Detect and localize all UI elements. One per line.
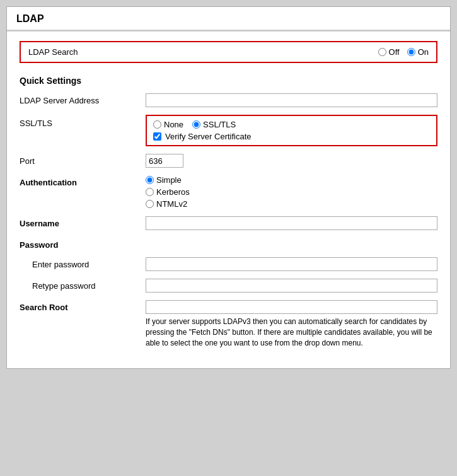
auth-kerberos-option[interactable]: Kerberos [146, 187, 437, 197]
ldap-search-on-label: On [418, 47, 429, 57]
page-title-bar: LDAP [7, 7, 450, 31]
search-root-input[interactable] [146, 300, 437, 314]
ldap-search-on-option[interactable]: On [407, 47, 429, 57]
authentication-options: Simple Kerberos NTMLv2 [146, 175, 437, 209]
search-root-row: Search Root If your server supports LDAP… [20, 300, 437, 348]
ssl-tls-option[interactable]: SSL/TLS [192, 120, 236, 129]
ldap-search-label: LDAP Search [28, 47, 78, 57]
search-root-helper-text: If your server supports LDAPv3 then you … [146, 316, 437, 348]
server-address-row: LDAP Server Address [20, 93, 437, 107]
retype-password-input[interactable] [146, 279, 437, 293]
verify-certificate-label[interactable]: Verify Server Certificate [165, 132, 252, 141]
ssl-tls-box: None SSL/TLS Verify Server Certificate [146, 115, 437, 146]
ssl-tls-label: SSL/TLS [20, 115, 146, 128]
verify-certificate-row: Verify Server Certificate [153, 132, 430, 141]
auth-kerberos-radio[interactable] [146, 188, 154, 196]
ssl-tls-options-row: None SSL/TLS [153, 120, 430, 129]
ldap-search-radio-group: Off On [378, 47, 429, 57]
auth-ntmlv2-label: NTMLv2 [156, 199, 187, 209]
username-label: Username [20, 216, 146, 228]
ldap-search-on-radio[interactable] [407, 48, 415, 56]
username-input[interactable] [146, 216, 437, 230]
ldap-search-box: LDAP Search Off On [20, 41, 437, 63]
search-root-control: If your server supports LDAPv3 then you … [146, 300, 437, 348]
port-label: Port [20, 154, 146, 166]
port-row: Port [20, 154, 437, 168]
content-area: LDAP Search Off On Quick Settings LDAP S… [7, 32, 450, 368]
verify-certificate-checkbox[interactable] [153, 132, 161, 141]
search-root-label: Search Root [20, 300, 146, 312]
ldap-search-off-label: Off [389, 47, 400, 57]
ssl-tls-option-label: SSL/TLS [203, 120, 236, 129]
ldap-search-off-radio[interactable] [378, 48, 386, 56]
server-address-input[interactable] [146, 93, 437, 107]
password-header-label: Password [20, 238, 146, 250]
port-input[interactable] [146, 154, 183, 168]
ssl-none-option[interactable]: None [153, 120, 183, 129]
server-address-control [146, 93, 437, 107]
username-control [146, 216, 437, 230]
ssl-tls-radio[interactable] [192, 120, 200, 129]
auth-simple-radio[interactable] [146, 176, 154, 184]
auth-simple-label: Simple [156, 175, 182, 185]
enter-password-label: Enter password [20, 257, 146, 269]
page-title: LDAP [16, 13, 44, 24]
page-wrapper: LDAP LDAP Search Off On Quick Settings L… [6, 6, 451, 369]
authentication-row: Authentication Simple Kerberos NTMLv2 [20, 175, 437, 209]
retype-password-row: Retype password [20, 279, 437, 293]
enter-password-input[interactable] [146, 257, 437, 271]
username-row: Username [20, 216, 437, 230]
auth-kerberos-label: Kerberos [156, 187, 190, 197]
enter-password-control [146, 257, 437, 271]
password-header-row: Password [20, 238, 437, 250]
quick-settings-title: Quick Settings [20, 76, 437, 86]
ssl-none-radio[interactable] [153, 120, 161, 129]
auth-simple-option[interactable]: Simple [146, 175, 437, 185]
server-address-label: LDAP Server Address [20, 93, 146, 105]
ldap-search-off-option[interactable]: Off [378, 47, 400, 57]
auth-ntmlv2-radio[interactable] [146, 200, 154, 208]
ssl-none-label: None [164, 120, 183, 129]
port-control [146, 154, 437, 168]
retype-password-control [146, 279, 437, 293]
retype-password-label: Retype password [20, 279, 146, 291]
enter-password-row: Enter password [20, 257, 437, 271]
ssl-tls-row: SSL/TLS None SSL/TLS Verify Server Certi… [20, 115, 437, 146]
authentication-label: Authentication [20, 175, 146, 187]
auth-ntmlv2-option[interactable]: NTMLv2 [146, 199, 437, 209]
